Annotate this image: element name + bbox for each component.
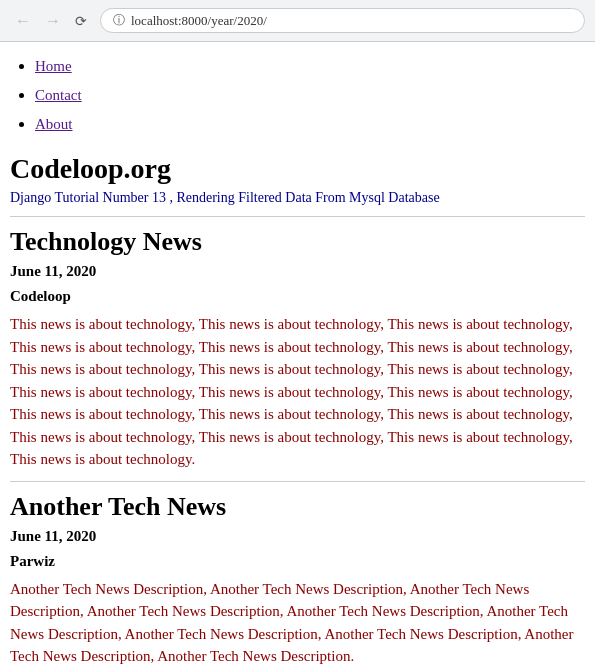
site-title: Codeloop.org — [10, 153, 585, 185]
article-1-body: This news is about technology, This news… — [10, 313, 585, 471]
article-1-author: Codeloop — [10, 288, 585, 305]
article-1-title: Technology News — [10, 227, 585, 257]
divider-top — [10, 216, 585, 217]
lock-icon: ⓘ — [113, 12, 125, 29]
article-2-author: Parwiz — [10, 553, 585, 570]
article-2: Another Tech News June 11, 2020 Parwiz A… — [10, 492, 585, 668]
nav-buttons: ← → ⟳ — [10, 10, 92, 32]
address-bar[interactable]: ⓘ localhost:8000/year/2020/ — [100, 8, 585, 33]
reload-button[interactable]: ⟳ — [70, 11, 92, 31]
article-1-date: June 11, 2020 — [10, 263, 585, 280]
article-2-title: Another Tech News — [10, 492, 585, 522]
nav-item-contact: Contact — [35, 81, 585, 110]
nav-link-contact[interactable]: Contact — [35, 87, 82, 103]
url-text: localhost:8000/year/2020/ — [131, 13, 267, 29]
article-2-date: June 11, 2020 — [10, 528, 585, 545]
divider-middle — [10, 481, 585, 482]
site-subtitle: Django Tutorial Number 13 , Rendering Fi… — [10, 190, 585, 206]
nav-item-about: About — [35, 110, 585, 139]
nav-list: Home Contact About — [10, 52, 585, 138]
nav-link-about[interactable]: About — [35, 116, 73, 132]
back-button[interactable]: ← — [10, 10, 36, 32]
site-nav: Home Contact About — [10, 52, 585, 138]
article-2-body: Another Tech News Description, Another T… — [10, 578, 585, 668]
page-content: Home Contact About Codeloop.org Django T… — [0, 42, 595, 670]
forward-button[interactable]: → — [40, 10, 66, 32]
nav-link-home[interactable]: Home — [35, 58, 72, 74]
browser-toolbar: ← → ⟳ ⓘ localhost:8000/year/2020/ — [0, 0, 595, 42]
nav-item-home: Home — [35, 52, 585, 81]
article-1: Technology News June 11, 2020 Codeloop T… — [10, 227, 585, 471]
